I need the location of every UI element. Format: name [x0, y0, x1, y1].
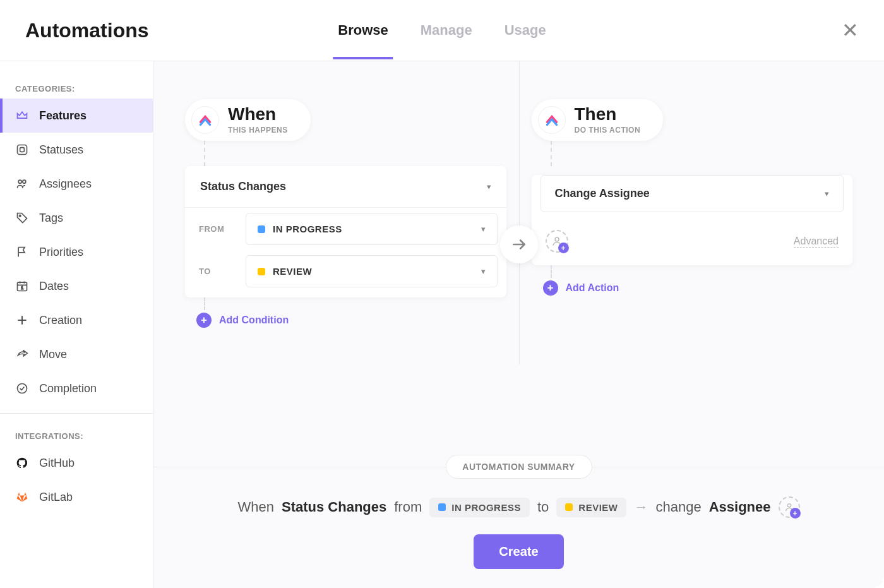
when-header: When THIS HAPPENS — [185, 99, 311, 141]
create-button[interactable]: Create — [474, 534, 563, 569]
then-subtitle: DO THIS ACTION — [575, 126, 641, 135]
sidebar-item-label: Tags — [39, 212, 63, 225]
tab-browse[interactable]: Browse — [333, 2, 393, 59]
tab-manage[interactable]: Manage — [415, 2, 477, 59]
sidebar-item-label: GitLab — [39, 491, 73, 504]
sidebar-item-label: Assignees — [39, 177, 92, 191]
people-icon — [15, 177, 29, 191]
to-label: TO — [199, 267, 236, 276]
sidebar-item-label: Features — [39, 109, 87, 123]
chevron-down-icon: ▾ — [481, 267, 486, 276]
sidebar-item-label: Creation — [39, 314, 82, 327]
add-condition-label: Add Condition — [219, 315, 289, 326]
mini-plus-icon: + — [558, 243, 569, 253]
sidebar-item-label: Completion — [39, 382, 97, 395]
from-status-select[interactable]: IN PROGRESS ▾ — [246, 213, 498, 245]
svg-point-4 — [19, 215, 21, 217]
then-column: Then DO THIS ACTION Change Assignee ▾ + … — [532, 99, 853, 298]
clickup-logo-icon — [191, 106, 219, 134]
svg-point-7 — [18, 384, 27, 393]
gitlab-icon — [15, 490, 29, 504]
summary-from-chip: IN PROGRESS — [429, 498, 530, 517]
to-status-value: REVIEW — [273, 266, 312, 277]
sidebar-item-label: GitHub — [39, 457, 75, 470]
arrow-icon: → — [634, 499, 648, 515]
sidebar-item-priorities[interactable]: Priorities — [0, 235, 153, 269]
trigger-select[interactable]: Status Changes ▾ — [185, 166, 506, 208]
integrations-label: INTEGRATIONS: — [0, 426, 153, 446]
then-title: Then — [575, 105, 641, 123]
plus-circle-icon: + — [543, 280, 558, 296]
svg-rect-0 — [18, 145, 27, 155]
then-header: Then DO THIS ACTION — [532, 99, 664, 141]
advanced-link[interactable]: Advanced — [794, 236, 839, 248]
add-action-button[interactable]: + Add Action — [543, 278, 853, 298]
summary-text: When Status Changes from IN PROGRESS to … — [179, 496, 859, 518]
action-card: Change Assignee ▾ + Advanced — [532, 175, 853, 265]
svg-text:1: 1 — [21, 285, 23, 290]
action-select[interactable]: Change Assignee ▾ — [541, 175, 844, 212]
mini-plus-icon: + — [790, 508, 801, 519]
share-icon — [15, 347, 29, 361]
add-condition-button[interactable]: + Add Condition — [196, 310, 506, 330]
plus-circle-icon: + — [196, 313, 212, 328]
svg-point-3 — [23, 180, 26, 183]
svg-point-9 — [787, 504, 791, 507]
trigger-value: Status Changes — [200, 180, 286, 193]
svg-rect-1 — [20, 148, 25, 152]
chevron-down-icon: ▾ — [487, 182, 491, 191]
arrow-connector — [500, 225, 538, 263]
summary-section: AUTOMATION SUMMARY When Status Changes f… — [153, 467, 884, 588]
flag-icon — [15, 245, 29, 259]
chevron-down-icon: ▾ — [481, 224, 486, 234]
add-assignee-avatar[interactable]: + — [546, 230, 568, 253]
sidebar-item-label: Dates — [39, 280, 69, 293]
categories-label: CATEGORIES: — [0, 79, 153, 99]
sidebar-item-label: Move — [39, 348, 67, 361]
crown-icon — [15, 109, 29, 123]
when-column: When THIS HAPPENS Status Changes ▾ FROM … — [185, 99, 506, 330]
tabs: Browse Manage Usage — [333, 2, 551, 59]
summary-to-chip: REVIEW — [556, 498, 626, 517]
sidebar-item-features[interactable]: Features — [0, 99, 153, 133]
sidebar-item-statuses[interactable]: Statuses — [0, 133, 153, 167]
sidebar: CATEGORIES: Features Statuses Assignees … — [0, 61, 153, 588]
github-icon — [15, 456, 29, 470]
page-title: Automations — [25, 19, 149, 42]
close-button[interactable]: ✕ — [842, 18, 859, 42]
plus-icon — [15, 313, 29, 327]
sidebar-item-creation[interactable]: Creation — [0, 303, 153, 337]
to-status-select[interactable]: REVIEW ▾ — [246, 255, 498, 287]
chevron-down-icon: ▾ — [825, 189, 829, 198]
trigger-card: Status Changes ▾ FROM IN PROGRESS ▾ TO R… — [185, 166, 506, 297]
when-subtitle: THIS HAPPENS — [228, 126, 288, 135]
from-label: FROM — [199, 224, 236, 234]
check-icon — [15, 381, 29, 395]
sidebar-item-completion[interactable]: Completion — [0, 371, 153, 405]
tag-icon — [15, 211, 29, 225]
sidebar-item-move[interactable]: Move — [0, 337, 153, 371]
sidebar-item-gitlab[interactable]: GitLab — [0, 480, 153, 514]
sidebar-item-assignees[interactable]: Assignees — [0, 167, 153, 201]
sidebar-item-dates[interactable]: 1 Dates — [0, 269, 153, 303]
when-title: When — [228, 105, 288, 123]
status-dot-yellow — [258, 268, 265, 275]
summary-assignee-avatar[interactable]: + — [779, 496, 800, 518]
summary-label: AUTOMATION SUMMARY — [445, 455, 592, 479]
status-dot-blue — [258, 225, 265, 233]
sidebar-item-tags[interactable]: Tags — [0, 201, 153, 235]
sidebar-item-github[interactable]: GitHub — [0, 446, 153, 480]
clickup-logo-icon — [538, 106, 566, 134]
add-action-label: Add Action — [566, 282, 619, 294]
svg-point-8 — [555, 237, 559, 241]
action-value: Change Assignee — [555, 187, 650, 200]
calendar-icon: 1 — [15, 279, 29, 293]
tab-usage[interactable]: Usage — [499, 2, 551, 59]
sidebar-item-label: Statuses — [39, 143, 83, 157]
from-status-value: IN PROGRESS — [273, 224, 342, 234]
sidebar-item-label: Priorities — [39, 246, 83, 259]
status-icon — [15, 143, 29, 157]
column-divider — [519, 61, 520, 364]
svg-point-2 — [18, 180, 21, 183]
